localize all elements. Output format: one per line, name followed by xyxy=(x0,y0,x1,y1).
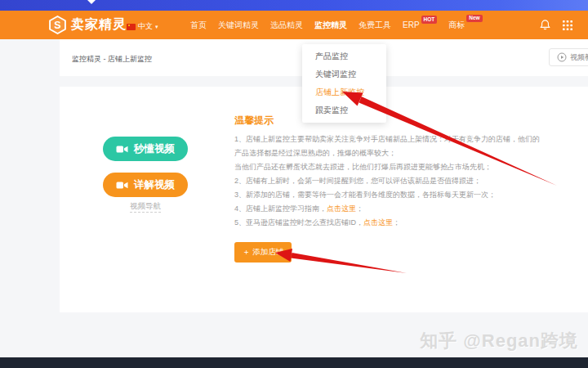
bell-icon[interactable] xyxy=(539,19,551,31)
nav-item-label: 监控精灵 xyxy=(314,20,347,31)
apps-grid-icon[interactable] xyxy=(563,20,572,30)
top-navbar: S 卖家精灵 中文 ▾ 首页关键词精灵选品精灵监控精灵免费工具ERPHOT商标N… xyxy=(0,11,588,39)
logo[interactable]: S 卖家精灵 xyxy=(48,16,127,34)
watermark: 知乎 @Regan跨境 xyxy=(420,329,578,353)
detail-video-button[interactable]: 详解视频 xyxy=(103,173,188,197)
video-camera-icon xyxy=(116,181,128,190)
nav-item-product-sprite[interactable]: 选品精灵 xyxy=(270,20,303,31)
tips-title: 温馨提示 xyxy=(234,114,274,128)
dropdown-item-follow-sell-monitor[interactable]: 跟卖监控 xyxy=(302,101,386,119)
nav-badge-hot: HOT xyxy=(421,16,438,24)
tip-line: 1、店铺上新监控主要帮助卖家关注竞争对手店铺新品上架情况：对于有竞争力的店铺，他… xyxy=(234,132,540,146)
quick-video-label: 秒懂视频 xyxy=(134,142,175,156)
monitor-dropdown-menu: 产品监控关键词监控店铺上新监控跟卖监控 xyxy=(302,44,386,123)
footer-bar xyxy=(0,357,588,368)
tips-list: 1、店铺上新监控主要帮助卖家关注竞争对手店铺新品上架情况：对于有竞争力的店铺，他… xyxy=(234,132,540,230)
nav-item-label: 免费工具 xyxy=(359,20,391,31)
nav-item-monitor-sprite[interactable]: 监控精灵 xyxy=(314,20,347,31)
nav-item-home[interactable]: 首页 xyxy=(190,20,207,31)
tip-text: 3、新添加的店铺，需要等待一会才能看到各维度的数据，各指标每天更新一次； xyxy=(234,191,496,199)
nav-item-label: ERP xyxy=(403,20,420,29)
nav-badge-new: New xyxy=(466,15,482,23)
add-shop-button[interactable]: ＋ 添加店铺 xyxy=(234,242,292,263)
tip-line: 2、店铺有上新时，会第一时间提醒到您，您可以评估该新品是否值得跟进； xyxy=(234,174,540,188)
nav-item-label: 关键词精灵 xyxy=(218,20,259,31)
tip-line: 5、亚马逊店铺监控时怎么查找店铺ID，点击这里； xyxy=(234,216,540,230)
nav-item-keyword-sprite[interactable]: 关键词精灵 xyxy=(218,20,259,31)
video-tutorial-label: 视频教程 xyxy=(570,52,588,63)
quick-video-button[interactable]: 秒懂视频 xyxy=(103,137,188,161)
logo-text: 卖家精灵 xyxy=(71,16,127,34)
language-selector[interactable]: 中文 ▾ xyxy=(127,21,158,32)
dropdown-item-keyword-monitor[interactable]: 关键词监控 xyxy=(302,65,386,83)
nav-item-label: 商标 xyxy=(448,20,465,31)
tip-link[interactable]: 点击这里 xyxy=(363,218,393,227)
promo-banner[interactable] xyxy=(0,0,588,11)
video-nav-link[interactable]: 视频导航 xyxy=(103,201,188,212)
logo-hexagon-icon: S xyxy=(48,16,67,34)
nav-item-erp[interactable]: ERPHOT xyxy=(403,20,437,29)
play-icon xyxy=(557,52,567,62)
video-camera-icon xyxy=(116,145,128,154)
tip-text: ； xyxy=(356,204,363,213)
video-tutorial-button[interactable]: 视频教程 xyxy=(549,48,588,66)
page: S 卖家精灵 中文 ▾ 首页关键词精灵选品精灵监控精灵免费工具ERPHOT商标N… xyxy=(0,0,588,368)
tip-line: 4、店铺上新监控学习指南，点击这里； xyxy=(234,202,540,216)
tip-text: 当他们产品还在孵蛋状态就去跟进，比他们打爆后再跟进更能够抢占市场先机； xyxy=(234,163,492,171)
tip-text: 产品选择都是经过深思熟虑的，推爆的概率较大； xyxy=(234,149,396,157)
tip-text: ； xyxy=(393,218,400,227)
tip-text: 4、店铺上新监控学习指南， xyxy=(234,204,327,213)
svg-text:S: S xyxy=(54,20,60,31)
tip-text: 2、店铺有上新时，会第一时间提醒到您，您可以评估该新品是否值得跟进； xyxy=(234,177,481,185)
tip-link[interactable]: 点击这里 xyxy=(327,204,356,213)
chevron-down-icon: ▾ xyxy=(155,24,158,30)
dropdown-item-product-monitor[interactable]: 产品监控 xyxy=(302,47,386,65)
nav-item-free-tools[interactable]: 免费工具 xyxy=(359,20,391,31)
nav-item-label: 选品精灵 xyxy=(270,20,303,31)
language-label: 中文 xyxy=(138,21,153,32)
nav-menu: 首页关键词精灵选品精灵监控精灵免费工具ERPHOT商标New xyxy=(190,11,483,39)
tip-text: 1、店铺上新监控主要帮助卖家关注竞争对手店铺新品上架情况：对于有竞争力的店铺，他… xyxy=(234,135,540,143)
dropdown-item-shop-new-monitor[interactable]: 店铺上新监控 xyxy=(302,83,386,101)
detail-video-label: 详解视频 xyxy=(134,178,175,192)
tip-text: 5、亚马逊店铺监控时怎么查找店铺ID， xyxy=(234,218,363,227)
flag-icon xyxy=(127,24,136,30)
tip-line: 当他们产品还在孵蛋状态就去跟进，比他们打爆后再跟进更能够抢占市场先机； xyxy=(234,160,540,174)
navbar-right xyxy=(539,11,572,39)
banner-caret-icon xyxy=(87,0,96,4)
nav-item-trademark[interactable]: 商标New xyxy=(448,20,482,31)
tip-line: 产品选择都是经过深思熟虑的，推爆的概率较大； xyxy=(234,146,540,160)
nav-item-label: 首页 xyxy=(190,20,207,31)
tip-line: 3、新添加的店铺，需要等待一会才能看到各维度的数据，各指标每天更新一次； xyxy=(234,188,540,202)
breadcrumb: 监控精灵 - 店铺上新监控 xyxy=(72,54,152,65)
